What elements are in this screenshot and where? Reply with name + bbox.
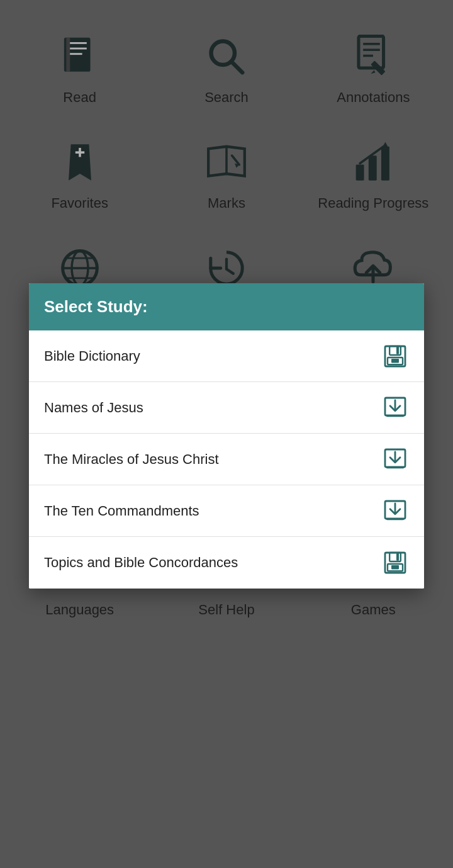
miracles-of-jesus-label: The Miracles of Jesus Christ xyxy=(44,451,219,468)
ten-commandments-download-icon xyxy=(381,497,409,525)
svg-marker-23 xyxy=(383,142,389,148)
favorites-label: Favorites xyxy=(51,195,108,211)
self-help-label: Self Help xyxy=(198,602,254,618)
svg-rect-22 xyxy=(381,147,389,181)
marks-label: Marks xyxy=(208,195,245,211)
svg-rect-1 xyxy=(66,38,70,72)
marks-icon xyxy=(201,137,252,188)
bg-marks-item[interactable]: Marks xyxy=(153,118,299,224)
miracles-of-jesus-download-icon xyxy=(381,446,409,473)
bible-dictionary-item[interactable]: Bible Dictionary xyxy=(29,330,424,382)
annotations-label: Annotations xyxy=(337,89,410,106)
svg-rect-71 xyxy=(396,346,399,354)
ten-commandments-label: The Ten Commandments xyxy=(44,503,199,519)
topics-concordances-label: Topics and Bible Concordances xyxy=(44,555,238,571)
svg-line-18 xyxy=(232,155,240,164)
ten-commandments-item[interactable]: The Ten Commandments xyxy=(29,485,424,537)
games-label: Games xyxy=(351,602,396,618)
svg-rect-73 xyxy=(391,359,399,363)
languages-label: Languages xyxy=(45,602,114,618)
select-study-modal: Select Study: Bible Dictionary Names of … xyxy=(29,283,424,589)
svg-rect-21 xyxy=(369,155,377,181)
svg-rect-20 xyxy=(356,165,364,181)
svg-rect-85 xyxy=(396,553,399,561)
names-of-jesus-label: Names of Jesus xyxy=(44,400,143,416)
svg-rect-87 xyxy=(391,565,399,569)
search-icon xyxy=(201,31,252,82)
miracles-of-jesus-item[interactable]: The Miracles of Jesus Christ xyxy=(29,434,424,485)
svg-rect-7 xyxy=(359,37,384,68)
svg-line-6 xyxy=(232,62,242,72)
read-label: Read xyxy=(63,89,96,106)
topics-concordances-save-icon xyxy=(381,549,409,577)
favorites-icon xyxy=(55,137,105,188)
reading-progress-icon xyxy=(348,137,398,188)
bg-annotations-item[interactable]: Annotations xyxy=(300,13,447,118)
topics-concordances-item[interactable]: Topics and Bible Concordances xyxy=(29,537,424,589)
names-of-jesus-download-icon xyxy=(381,394,409,422)
names-of-jesus-item[interactable]: Names of Jesus xyxy=(29,382,424,434)
svg-marker-13 xyxy=(371,70,376,74)
annotations-icon xyxy=(348,31,398,82)
search-label: Search xyxy=(204,89,249,106)
bible-dictionary-save-icon xyxy=(381,342,409,370)
svg-line-30 xyxy=(226,269,233,273)
read-icon xyxy=(55,31,105,82)
reading-progress-label: Reading Progress xyxy=(318,195,428,211)
modal-header: Select Study: xyxy=(29,283,424,330)
bg-search-item[interactable]: Search xyxy=(153,13,299,118)
modal-title: Select Study: xyxy=(44,297,148,316)
bg-favorites-item[interactable]: Favorites xyxy=(6,118,153,224)
bg-reading-progress-item[interactable]: Reading Progress xyxy=(300,118,447,224)
bible-dictionary-label: Bible Dictionary xyxy=(44,348,140,364)
bg-read-item[interactable]: Read xyxy=(6,13,153,118)
